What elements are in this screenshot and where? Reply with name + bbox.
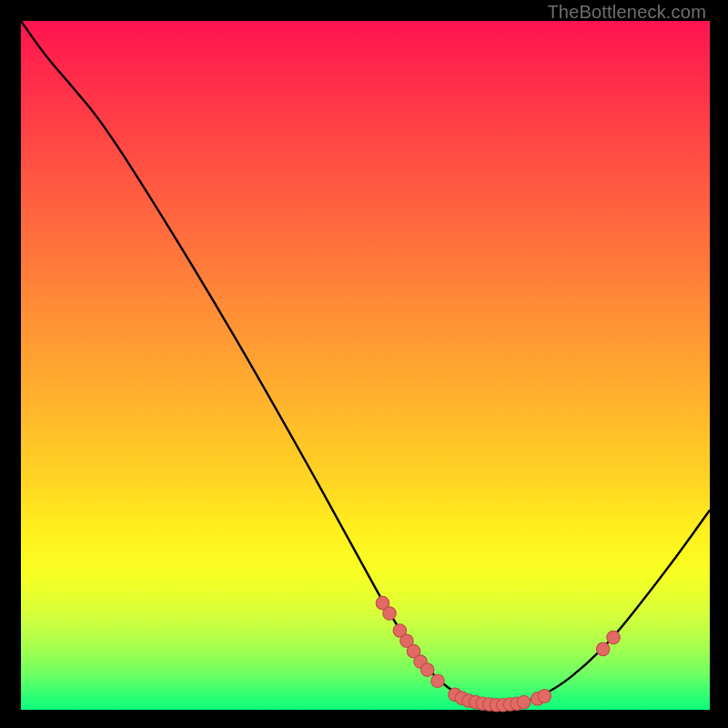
- chart-stage: TheBottleneck.com: [0, 0, 728, 728]
- curve-marker: [517, 695, 530, 708]
- curve-marker: [431, 674, 444, 687]
- curve-marker: [607, 631, 620, 643]
- curve-line: [21, 21, 710, 704]
- curve-markers: [376, 596, 620, 711]
- curve-marker: [538, 690, 551, 703]
- curve-marker: [596, 642, 609, 655]
- plot-area: [21, 21, 710, 710]
- bottleneck-curve: [21, 21, 710, 710]
- curve-marker: [420, 663, 433, 676]
- curve-marker: [383, 607, 396, 620]
- watermark-text: TheBottleneck.com: [547, 2, 706, 23]
